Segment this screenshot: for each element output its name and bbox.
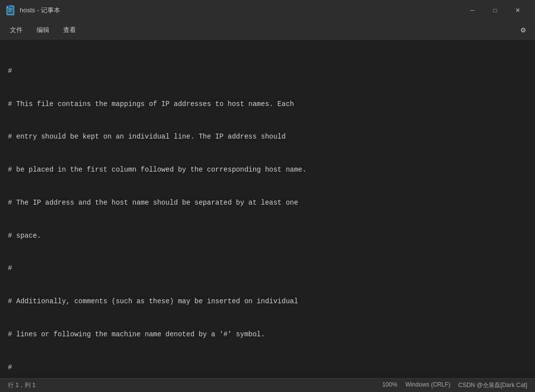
line-3: # entry should be kept on an individual …	[8, 131, 527, 142]
minimize-button[interactable]: ─	[461, 2, 484, 18]
line-5: # The IP address and the host name shoul…	[8, 197, 527, 208]
window-controls: ─ □ ✕	[461, 2, 529, 18]
line-8: # Additionally, comments (such as these)…	[8, 296, 527, 307]
menu-edit[interactable]: 编辑	[31, 24, 55, 36]
line-6: # space.	[8, 230, 527, 241]
line-7: #	[8, 263, 527, 274]
close-button[interactable]: ✕	[506, 2, 529, 18]
status-right: 100% Windows (CRLF) CSDN @仝泉磊[Dark Cat]	[382, 381, 527, 390]
app-icon: A	[6, 5, 16, 15]
line-4: # be placed in the first column followed…	[8, 164, 527, 175]
line-1: #	[8, 66, 527, 76]
title-bar: A hosts - 记事本 ─ □ ✕	[0, 0, 535, 21]
maximize-button[interactable]: □	[484, 2, 506, 18]
line-ending: Windows (CRLF)	[405, 381, 450, 390]
menu-file[interactable]: 文件	[4, 24, 29, 36]
status-left: 行 1，列 1	[8, 381, 36, 390]
menu-items: 文件 编辑 查看	[4, 24, 82, 36]
gear-icon[interactable]: ⚙	[515, 22, 531, 38]
line-9: # lines or following the machine name de…	[8, 329, 527, 340]
window-title: hosts - 记事本	[20, 6, 461, 15]
menu-view[interactable]: 查看	[57, 24, 82, 36]
cursor-position: 行 1，列 1	[8, 381, 36, 390]
source-info: CSDN @仝泉磊[Dark Cat]	[458, 381, 527, 390]
line-10: #	[8, 362, 527, 373]
svg-text:A: A	[7, 6, 8, 8]
menu-bar: 文件 编辑 查看 ⚙	[0, 21, 535, 39]
zoom-level: 100%	[382, 381, 397, 390]
status-bar: 行 1，列 1 100% Windows (CRLF) CSDN @仝泉磊[Da…	[0, 378, 535, 392]
line-2: # This file contains the mappings of IP …	[8, 99, 527, 109]
editor-area[interactable]: # # This file contains the mappings of I…	[0, 39, 535, 378]
